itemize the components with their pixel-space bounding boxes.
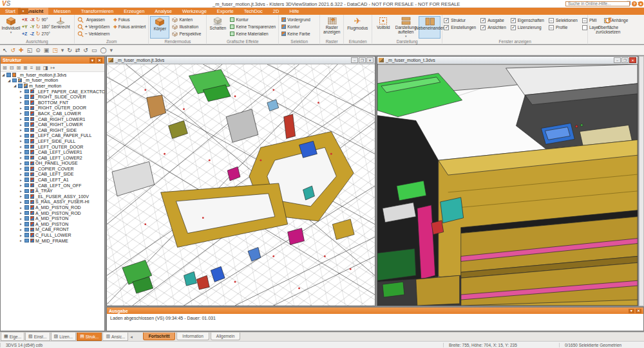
visibility-checkbox-icon[interactable] [24, 122, 29, 127]
visibility-checkbox-icon[interactable] [24, 95, 29, 99]
visibility-checkbox-icon[interactable] [24, 134, 29, 138]
isolate-icon[interactable]: ◨ [43, 65, 48, 71]
visibility-checkbox-icon[interactable] [24, 167, 29, 171]
zoom-button[interactable]: − Verkleinern [76, 30, 111, 37]
pan-icon[interactable]: ✚ [19, 46, 24, 54]
tree-item[interactable]: ◢ m_fuser_motion [1, 83, 104, 89]
select-icon[interactable]: ↖ [3, 46, 8, 54]
tree-expander-icon[interactable]: ▸ [20, 156, 24, 160]
tree-expander-icon[interactable]: ▸ [20, 134, 24, 138]
panel-toggle-checkbox[interactable]: Struktur [444, 17, 476, 24]
tree-item[interactable]: ▸ _CAB_LEFT_LOWER1 [1, 149, 104, 155]
list-icon[interactable]: ≣ [23, 65, 28, 71]
visibility-checkbox-icon[interactable] [6, 73, 11, 77]
zoom-button[interactable]: Anpassen [76, 16, 111, 23]
viewport-1-titlebar[interactable]: _m_fuser_motion.jt.3dvs – ❐ ✕ [107, 57, 375, 64]
tree-item[interactable]: ▸ _CAB_LEFT_A1 [1, 177, 104, 183]
output-tab[interactable]: Fortschritt [143, 333, 176, 340]
tree-expander-icon[interactable]: ▸ [20, 117, 24, 121]
tree-item[interactable]: ▸ _CAB_RIGHT_LOWER [1, 122, 104, 127]
rect-select-icon[interactable]: ▭ [91, 46, 97, 54]
sync-icon[interactable]: ↦ [51, 65, 55, 71]
visibility-checkbox-icon[interactable] [24, 200, 29, 205]
tree-expander-icon[interactable]: ▸ [20, 128, 24, 132]
visibility-checkbox-icon[interactable] [24, 205, 29, 210]
tree-expander-icon[interactable]: ▸ [20, 172, 24, 176]
viewport-2-titlebar[interactable]: _m_fuser_motion_t.3dvs – ❐ ✕ [377, 57, 638, 64]
visibility-checkbox-icon[interactable] [24, 106, 29, 111]
tree-item[interactable]: ▸ A_MID_PISTON_ROD [1, 205, 104, 210]
tree-item[interactable]: ▸ _EL_FUSER_ASSY_100V [1, 194, 104, 199]
levels-icon[interactable]: ≡ [30, 65, 33, 71]
selection-button[interactable]: Keine Farbe [280, 30, 312, 37]
tree-expander-icon[interactable]: ▸ [20, 206, 24, 210]
visibility-checkbox-icon[interactable] [24, 194, 29, 199]
tree-expander-icon[interactable]: ▸ [20, 183, 24, 187]
tree-item[interactable]: ▸ A_MID_PISTON [1, 221, 104, 227]
tree-expander-icon[interactable]: ▸ [20, 161, 24, 165]
help-search-input[interactable] [565, 1, 630, 7]
tree-item[interactable]: ▸ _BACK_CAB_LOWER [1, 111, 104, 116]
visibility-checkbox-icon[interactable] [24, 239, 29, 243]
tree-expander-icon[interactable]: ▸ [20, 194, 24, 198]
tree-expander-icon[interactable]: ▸ [20, 95, 24, 99]
tree-item[interactable]: ▸ _RIGHT_SLIDE_COVER [1, 94, 104, 100]
rotate-button[interactable]: ↻270° [36, 30, 50, 37]
viewport-2-canvas[interactable] [377, 64, 638, 306]
tree-item[interactable]: ▸ OH_PANEL_HOUSE [1, 161, 104, 167]
tree-item[interactable]: ▸ A_TRAY [1, 188, 104, 194]
effect-button[interactable]: Keine Materialien [229, 30, 277, 37]
panel-toggle-checkbox[interactable]: Eigenschaften [511, 17, 544, 24]
tree-item[interactable]: ▸ A_MID_PISTON [1, 215, 104, 221]
visibility-checkbox-icon[interactable] [24, 228, 29, 232]
tree-expander-icon[interactable]: ▸ [20, 222, 24, 226]
ribbon-tab[interactable]: Werkzeuge [177, 8, 212, 15]
panel-toggle-checkbox[interactable]: Lizenzierung [511, 24, 544, 31]
panel-tab[interactable]: ▨ Lizen... [51, 333, 77, 341]
tree-item[interactable]: ▸ _CAB_LEFT_LOWER2 [1, 155, 104, 161]
tree-item[interactable]: ▸ A_MID_PISTON_ROD [1, 210, 104, 216]
ribbon-tab[interactable]: Exporte [212, 8, 239, 15]
visibility-checkbox-icon[interactable] [24, 145, 29, 149]
panel-tab[interactable]: ▧ Einst... [25, 333, 50, 341]
tree-item[interactable]: ▸ _CAB_LEFT_ON_OFF [1, 183, 104, 188]
panel-toggle-checkbox[interactable]: Selektionen [549, 17, 578, 24]
pin-icon[interactable]: ▾ [90, 58, 95, 63]
spin-icon[interactable]: ↺ [83, 46, 88, 54]
pin-icon[interactable]: ▾ [629, 309, 634, 313]
tree-expander-icon[interactable]: ▸ [20, 228, 24, 232]
visibility-checkbox-icon[interactable] [24, 111, 29, 116]
tree-expander-icon[interactable]: ▸ [20, 200, 24, 204]
dropdown-icon[interactable]: ▾ [61, 46, 64, 54]
visibility-checkbox-icon[interactable] [24, 89, 29, 94]
tree-item[interactable]: ▸ M_CAB_FRONT [1, 227, 104, 233]
tree-expander-icon[interactable]: ▸ [20, 211, 24, 215]
rendermode-button[interactable]: Kanten [171, 16, 202, 23]
tree-item[interactable]: ▸ _LEFT_SIDE_FULL [1, 138, 104, 144]
ribbon-tab[interactable]: Erzeugen [118, 8, 149, 15]
tree-item[interactable]: ▸ _RIGHT_OUTER_DOOR [1, 105, 104, 111]
visibility-checkbox-icon[interactable] [24, 211, 29, 215]
tree-expander-icon[interactable]: ▸ [20, 145, 24, 149]
reset-ui-button[interactable]: ↺ Oberfläche zurücksetzen [589, 16, 627, 39]
axis-plus-button[interactable]: +Z [22, 32, 27, 36]
panel-toggle-checkbox[interactable]: Profile [549, 24, 578, 31]
rotate-button[interactable]: ↻180° [36, 23, 50, 30]
tree-expander-icon[interactable]: ▸ [20, 239, 24, 243]
viewport-restore-button[interactable]: ❐ [359, 57, 366, 63]
tree-expander-icon[interactable]: ◢ [14, 84, 18, 87]
tree-item[interactable]: ▸ _COPIER_COVER [1, 166, 104, 172]
tree-item[interactable]: ▸ _CAB_LEFT_SIDE [1, 172, 104, 178]
tree-item[interactable]: ▸ _CAB_RIGHT_LOWER1 [1, 116, 104, 122]
visibility-checkbox-icon[interactable] [24, 156, 29, 160]
output-tab[interactable]: Allgemein [211, 333, 241, 340]
panel-tab[interactable]: ▦ Eige... [1, 333, 24, 341]
viewport-minimize-button[interactable]: – [614, 57, 621, 63]
show-all-icon[interactable]: ▤ [35, 65, 41, 71]
help-globe-icon[interactable]: ● [638, 1, 643, 6]
visibility-checkbox-icon[interactable] [24, 172, 29, 177]
ribbon-tab[interactable]: 2D [268, 8, 285, 15]
visibility-checkbox-icon[interactable] [24, 233, 29, 237]
vollbild-button[interactable]: Vollbild [374, 16, 393, 39]
axis-minus-button[interactable]: -Z [30, 32, 34, 36]
